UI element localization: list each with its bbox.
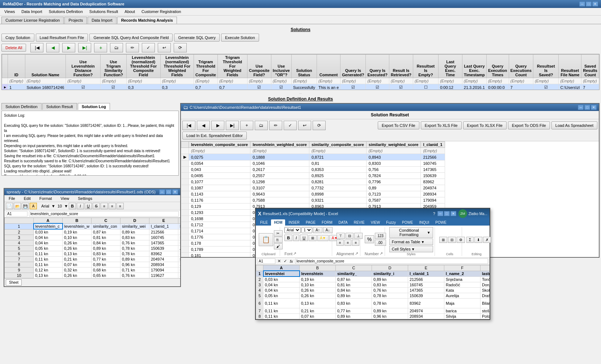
load-resultset-button[interactable]: Load Resultset From File — [36, 34, 88, 42]
result-nav-prev[interactable]: ◀ — [197, 121, 210, 130]
sheet-tab-1[interactable]: Sheet — [6, 279, 22, 286]
table-row[interactable]: ▶0,02750,18880,87210,8943212566 — [181, 154, 445, 160]
excel-tab-view[interactable]: VIEW — [368, 219, 383, 226]
fill-button[interactable]: ⬇ — [474, 237, 482, 243]
table-row[interactable]: 0,11760,75880,93210,7587179094 — [181, 197, 445, 204]
excel-help-icon[interactable]: ? — [433, 211, 435, 216]
list-item[interactable]: 70,11 kn0,21 kn0,77 kn0,89 kn204974baric… — [256, 308, 490, 314]
nav-check-button[interactable]: ✓ — [142, 43, 155, 52]
excel-minimize[interactable]: ─ — [437, 211, 443, 216]
spread-cell-b1[interactable]: levenshtein_w — [63, 223, 92, 229]
table-row[interactable]: ▶ 1 Solution 1680714246 ☑ ☑ 0,3 0,3 0,7 … — [2, 84, 599, 90]
resultset-minimize[interactable]: ─ — [578, 105, 584, 110]
table-row[interactable]: 0,03540,10460,810,8303160745 — [181, 160, 445, 167]
resultset-maximize[interactable]: □ — [584, 105, 590, 110]
result-nav-add[interactable]: + — [240, 121, 253, 130]
export-ods-button[interactable]: Export To ODS File — [508, 121, 550, 129]
result-nav-check[interactable]: ✓ — [284, 121, 297, 130]
menu-solutions-def[interactable]: Solutions Definition — [46, 9, 86, 14]
spready-align-right-btn[interactable]: ≡ — [117, 203, 124, 209]
generate-sql-composite-button[interactable]: Generate SQL Query And Composite Field — [89, 34, 173, 42]
load-ext-editor-button[interactable]: Load In Ext. Spreadsheet Editor — [182, 132, 247, 140]
align-left-button[interactable]: ≡ — [337, 240, 344, 246]
spready-minimize[interactable]: ─ — [159, 189, 165, 194]
conditional-formatting-button[interactable]: Conditional Formatting▼ — [389, 227, 433, 238]
nav-undo-button[interactable]: ↩ — [158, 43, 171, 52]
format-painter-button[interactable]: 🖌 — [274, 243, 283, 249]
spready-size-arrow[interactable]: ▼ — [64, 204, 68, 208]
spready-close[interactable]: ✕ — [172, 189, 178, 194]
list-item[interactable]: 60,11 kn0,13 kn0,83 kn0,78 kn83962Maja — [5, 251, 181, 257]
table-row[interactable]: 0,11430,96430,89980,7123208934 — [181, 191, 445, 197]
excel-formula-fx[interactable]: fx — [289, 259, 294, 264]
increase-font-button[interactable]: A↑ — [313, 227, 322, 233]
list-item[interactable]: 60,11 kn0,13 kn0,83 kn0,78 kn83962MajaBi… — [256, 299, 490, 308]
nav-prev-button[interactable]: ◀ — [46, 43, 59, 52]
load-spreadsheet-button[interactable]: Load As Spreadsheet — [551, 121, 597, 129]
result-nav-db[interactable]: 🗂 — [255, 121, 268, 130]
export-xlsx-button[interactable]: Export To XLSX File — [463, 121, 507, 129]
spready-save-icon[interactable]: 💾 — [22, 203, 29, 209]
result-nav-next[interactable]: ▶ — [211, 121, 224, 130]
bold-button[interactable]: B — [284, 235, 292, 241]
number-format-button[interactable]: 123 — [375, 233, 386, 239]
paste-button[interactable]: 📋 — [259, 233, 273, 246]
tab-projects[interactable]: Projects — [64, 17, 87, 24]
list-item[interactable]: 100,13 kn0,26 kn0,65 kn0,76 kn119627Smil… — [5, 273, 181, 278]
spready-bold-icon[interactable]: A — [30, 203, 37, 209]
excel-tab-insert[interactable]: INSER — [285, 219, 302, 226]
spread-cell-a1[interactable]: levenshtein_c — [34, 223, 63, 229]
excel-formula-cancel[interactable]: ✕ — [277, 259, 282, 264]
result-nav-undo[interactable]: ↩ — [298, 121, 311, 130]
spready-font-arrow[interactable]: ▼ — [51, 204, 55, 208]
tab-solution-result[interactable]: Solution Result — [42, 103, 77, 110]
excel-cell-e1[interactable]: l_clanid_1 — [408, 271, 444, 277]
list-item[interactable]: 20,03 kn0,19 kn0,87 kn0,89 kn212566Snjež… — [256, 277, 490, 282]
fill-color-button[interactable]: A▼ — [317, 235, 329, 241]
underline-button[interactable]: U — [300, 235, 308, 241]
spready-open-icon[interactable]: 📂 — [14, 203, 21, 209]
menu-customer[interactable]: Customer Registration — [139, 9, 184, 14]
excel-tab-form[interactable]: FORM — [319, 219, 335, 226]
spready-bold-btn[interactable]: B — [69, 203, 76, 209]
insert-cells-button[interactable]: ⊞ — [439, 237, 447, 243]
align-middle-button[interactable]: ⊟ — [346, 233, 354, 239]
nav-add-button[interactable]: + — [94, 43, 107, 52]
excel-cell-d1[interactable]: similarity_i — [372, 271, 408, 277]
format-cells-button[interactable]: ⚙ — [457, 237, 465, 243]
generate-sql-button[interactable]: Generate SQL Query — [174, 34, 220, 42]
cut-button[interactable]: ✂ — [274, 230, 283, 236]
menu-about[interactable]: About — [122, 9, 138, 14]
excel-cell-b1[interactable]: levenshtein — [300, 271, 336, 277]
spready-menu-view[interactable]: View — [58, 196, 72, 201]
excel-tab-page[interactable]: PAGE — [303, 219, 318, 226]
tab-solution-definition[interactable]: Solution Definition — [1, 103, 42, 110]
spready-strikethrough-btn[interactable]: S — [93, 203, 100, 209]
alignment-expand-icon[interactable]: ↗ — [355, 251, 358, 256]
excel-tab-powe1[interactable]: POWE — [399, 219, 416, 226]
spready-underline-btn[interactable]: U — [85, 203, 92, 209]
spready-align-center-btn[interactable]: ≡ — [109, 203, 116, 209]
copy-solution-button[interactable]: Copy Solution — [1, 34, 34, 42]
italic-button[interactable]: I — [293, 235, 299, 241]
spready-menu-format[interactable]: Format — [37, 196, 55, 201]
percent-button[interactable]: % — [365, 235, 374, 243]
close-button[interactable]: ✕ — [592, 1, 598, 7]
excel-close[interactable]: ✕ — [450, 211, 456, 216]
excel-cell-g1[interactable]: lastname — [481, 271, 490, 277]
menu-data-import[interactable]: Data Import — [18, 9, 45, 14]
spread-cell-f1[interactable]: l_name_2 — [178, 223, 181, 229]
excel-cell-c1[interactable]: similarity_ — [336, 271, 372, 277]
tab-customer-license[interactable]: Customer License Registration — [1, 17, 64, 24]
list-item[interactable]: 50,05 kn0,26 kn0,89 kn0,78 kn150639Aurel… — [5, 246, 181, 251]
nav-edit-button[interactable]: ✏ — [126, 43, 139, 52]
number-expand-icon[interactable]: ↗ — [380, 251, 383, 256]
spready-menu-settings[interactable]: Settings — [75, 196, 95, 201]
spready-menu-edit[interactable]: Edit — [21, 196, 34, 201]
font-size-select[interactable]: 10 — [301, 227, 312, 233]
spready-menu-file[interactable]: File — [6, 196, 18, 201]
minimize-button[interactable]: ─ — [579, 1, 585, 7]
list-item[interactable]: 30,04 kn0,10 kn0,81 kn0,83 kn160745Džnet — [5, 235, 181, 240]
list-item[interactable]: 80,11 kn0,07 kn0,89 kn0,96 kn208934Silvi… — [256, 314, 490, 319]
border-button[interactable]: ⊞ — [309, 235, 317, 241]
